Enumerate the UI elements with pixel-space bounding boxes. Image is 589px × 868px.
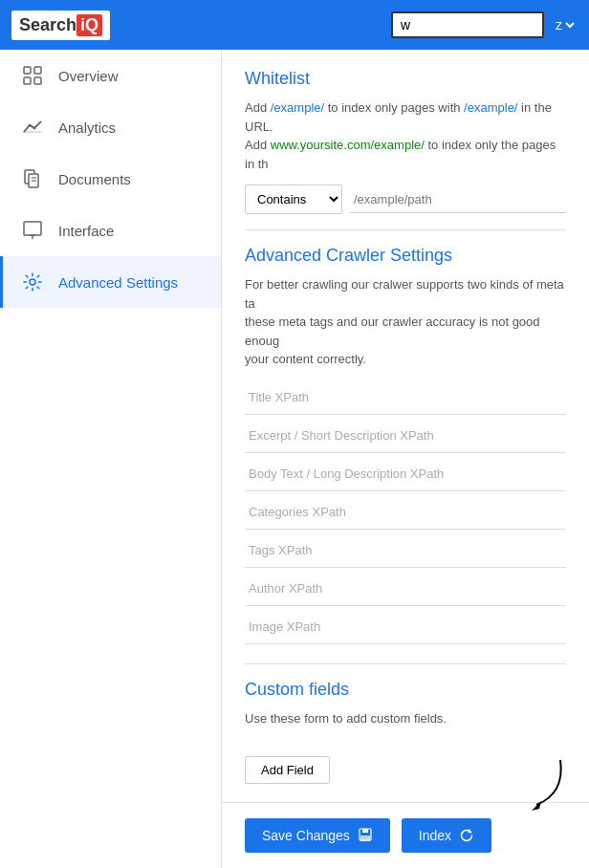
logo-search: Search bbox=[19, 15, 76, 35]
svg-point-14 bbox=[30, 279, 35, 285]
sidebar-item-interface-label: Interface bbox=[58, 223, 114, 239]
svg-rect-4 bbox=[23, 131, 42, 133]
document-icon bbox=[22, 168, 43, 189]
svg-marker-18 bbox=[532, 801, 541, 811]
svg-rect-11 bbox=[24, 222, 41, 235]
advanced-crawler-desc: For better crawling our cralwer supports… bbox=[245, 275, 566, 369]
advanced-crawler-title: Advanced Crawler Settings bbox=[245, 246, 566, 266]
svg-point-6 bbox=[33, 127, 36, 130]
whitelist-link2[interactable]: www.yoursite.com/example/ bbox=[271, 138, 425, 152]
whitelist-path-input[interactable] bbox=[350, 186, 566, 213]
chart-icon bbox=[22, 117, 43, 138]
svg-rect-2 bbox=[24, 77, 31, 84]
main-content: Whitelist Add /example/ to index only pa… bbox=[222, 50, 589, 802]
sidebar-item-interface[interactable]: Interface bbox=[0, 205, 221, 256]
sidebar-item-advanced-settings-label: Advanced Settings bbox=[58, 274, 178, 291]
save-icon bbox=[358, 828, 373, 843]
image-xpath-input[interactable] bbox=[245, 610, 566, 644]
index-label: Index bbox=[419, 828, 451, 843]
svg-point-5 bbox=[29, 124, 32, 127]
grid-icon bbox=[22, 65, 43, 86]
custom-fields-title: Custom fields bbox=[245, 680, 566, 700]
footer-bar: Save Changes Index bbox=[222, 802, 589, 868]
svg-rect-1 bbox=[34, 67, 41, 74]
categories-xpath-input[interactable] bbox=[245, 495, 566, 530]
arrow-indicator bbox=[493, 755, 570, 813]
custom-fields-desc: Use these form to add custom fields. bbox=[245, 709, 566, 728]
header: SearchiQ z bbox=[0, 0, 589, 50]
index-button[interactable]: Index bbox=[402, 818, 491, 853]
whitelist-row: Contains Starts With Ends With bbox=[245, 184, 566, 214]
sidebar-item-advanced-settings[interactable]: Advanced Settings bbox=[0, 256, 221, 308]
whitelist-description: Add /example/ to index only pages with /… bbox=[245, 98, 566, 173]
interface-icon bbox=[22, 220, 43, 241]
sidebar-item-overview[interactable]: Overview bbox=[0, 50, 221, 101]
refresh-icon bbox=[459, 828, 474, 843]
sidebar-item-analytics-label: Analytics bbox=[58, 119, 116, 136]
sidebar-item-documents-label: Documents bbox=[58, 171, 131, 187]
title-xpath-input[interactable] bbox=[245, 380, 566, 415]
sidebar-item-analytics[interactable]: Analytics bbox=[0, 101, 221, 153]
excerpt-xpath-input[interactable] bbox=[245, 419, 566, 453]
whitelist-title: Whitelist bbox=[245, 69, 566, 89]
gear-icon bbox=[22, 271, 43, 293]
layout: Overview Analytics bbox=[0, 50, 589, 868]
save-changes-label: Save Changes bbox=[262, 828, 350, 843]
divider-2 bbox=[245, 663, 566, 664]
header-search-input[interactable] bbox=[391, 11, 544, 38]
svg-rect-17 bbox=[360, 835, 370, 841]
tags-xpath-input[interactable] bbox=[245, 533, 566, 568]
divider-1 bbox=[245, 229, 566, 230]
author-xpath-input[interactable] bbox=[245, 572, 566, 606]
logo-iq: iQ bbox=[76, 14, 102, 36]
logo: SearchiQ bbox=[11, 11, 110, 40]
svg-rect-0 bbox=[24, 67, 31, 74]
whitelist-link1-copy: /example/ bbox=[464, 100, 517, 115]
svg-rect-3 bbox=[34, 77, 41, 84]
svg-rect-16 bbox=[362, 829, 368, 833]
save-changes-button[interactable]: Save Changes bbox=[245, 818, 390, 853]
body-xpath-input[interactable] bbox=[245, 457, 566, 491]
whitelist-link1[interactable]: /example/ bbox=[271, 100, 324, 115]
sidebar-item-documents[interactable]: Documents bbox=[0, 153, 221, 205]
whitelist-select[interactable]: Contains Starts With Ends With bbox=[245, 184, 342, 214]
header-dropdown[interactable]: z bbox=[552, 16, 578, 33]
sidebar: Overview Analytics bbox=[0, 50, 222, 868]
add-field-button[interactable]: Add Field bbox=[245, 756, 330, 784]
sidebar-item-overview-label: Overview bbox=[58, 68, 119, 84]
